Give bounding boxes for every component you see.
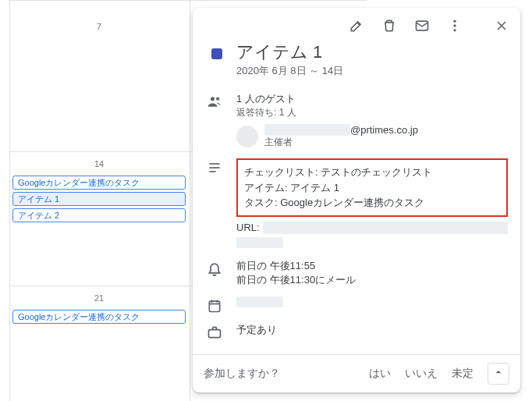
availability-text: 予定あり bbox=[236, 323, 508, 337]
event-title: アイテム 1 bbox=[236, 42, 508, 62]
guest-count: 1 人のゲスト bbox=[236, 92, 508, 106]
awaiting-label: 返答待ち: 1 人 bbox=[236, 106, 508, 119]
description-icon bbox=[205, 160, 224, 176]
delete-button[interactable] bbox=[375, 12, 403, 41]
day-number[interactable]: 14 bbox=[9, 159, 189, 169]
calendar-event[interactable]: Googleカレンダー連携のタスク bbox=[12, 176, 186, 190]
more-vert-icon bbox=[447, 18, 463, 36]
options-button[interactable] bbox=[441, 12, 469, 41]
description-line: タスク: Googleカレンダー連携のタスク bbox=[244, 195, 500, 211]
event-color-indicator bbox=[211, 48, 222, 59]
mail-icon bbox=[414, 18, 430, 36]
svg-point-1 bbox=[453, 20, 456, 22]
reminder-line: 前日の 午後11:30にメール bbox=[236, 273, 508, 287]
day-number[interactable]: 7 bbox=[9, 22, 189, 31]
reminder-line: 前日の 午後11:55 bbox=[236, 259, 508, 273]
day-number[interactable]: 21 bbox=[9, 293, 189, 303]
description-line: チェックリスト: テストのチェックリスト bbox=[244, 165, 500, 180]
edit-button[interactable] bbox=[342, 12, 371, 41]
rsvp-no[interactable]: いいえ bbox=[405, 367, 438, 381]
svg-point-3 bbox=[453, 29, 456, 31]
bell-icon bbox=[205, 261, 224, 276]
description-highlight: チェックリスト: テストのチェックリスト アイテム: アイテム 1 タスク: G… bbox=[236, 158, 508, 217]
url-line: URL: bbox=[236, 222, 508, 234]
description-line: アイテム: アイテム 1 bbox=[244, 180, 500, 196]
redacted-url bbox=[263, 222, 508, 234]
svg-rect-7 bbox=[209, 329, 221, 337]
rsvp-footer: 参加しますか？ はい いいえ 未定 bbox=[193, 354, 520, 392]
avatar bbox=[236, 126, 258, 147]
redacted-text bbox=[236, 237, 283, 248]
briefcase-icon bbox=[205, 325, 224, 340]
popup-toolbar bbox=[193, 8, 520, 41]
svg-point-4 bbox=[211, 97, 215, 101]
chevron-up-icon bbox=[492, 366, 505, 381]
event-date-range: 2020年 6月 8日 ～ 14日 bbox=[236, 64, 508, 78]
calendar-event[interactable]: アイテム 2 bbox=[12, 208, 186, 222]
trash-icon bbox=[381, 18, 397, 36]
rsvp-prompt: 参加しますか？ bbox=[204, 367, 280, 381]
pencil-icon bbox=[349, 18, 364, 36]
close-icon bbox=[494, 18, 509, 36]
guest-row[interactable]: xxxxxxxxxxxx@prtimes.co.jp 主催者 bbox=[236, 124, 508, 149]
svg-rect-6 bbox=[209, 301, 219, 311]
rsvp-options-button[interactable] bbox=[488, 363, 509, 385]
rsvp-maybe[interactable]: 未定 bbox=[452, 367, 473, 381]
organizer-label: 主催者 bbox=[264, 136, 418, 149]
people-icon bbox=[205, 94, 224, 109]
rsvp-yes[interactable]: はい bbox=[369, 367, 391, 381]
url-label: URL: bbox=[236, 222, 260, 233]
calendar-event[interactable]: Googleカレンダー連携のタスク bbox=[12, 310, 186, 324]
svg-point-2 bbox=[453, 24, 456, 27]
svg-point-5 bbox=[216, 98, 219, 101]
redacted-calendar-name bbox=[236, 296, 283, 307]
email-button[interactable] bbox=[408, 12, 436, 41]
calendar-icon bbox=[205, 298, 224, 314]
close-button[interactable] bbox=[488, 12, 516, 41]
calendar-event[interactable]: アイテム 1 bbox=[12, 192, 186, 206]
guest-email: xxxxxxxxxxxx@prtimes.co.jp bbox=[264, 124, 418, 136]
event-details-popup: アイテム 1 2020年 6月 8日 ～ 14日 1 人のゲスト 返答待ち: 1… bbox=[193, 8, 520, 392]
